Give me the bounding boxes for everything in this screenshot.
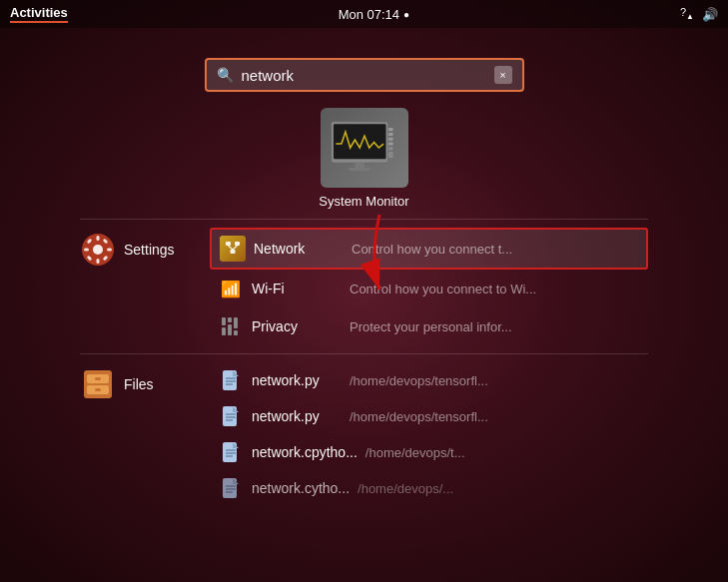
svg-rect-27 (234, 317, 238, 328)
network-result-row[interactable]: Network Control how you connect t... (210, 228, 648, 270)
file-icon-1 (218, 403, 244, 429)
wifi-result-row[interactable]: 📶 Wi-Fi Control how you connect to Wi... (210, 270, 648, 307)
file-result-row-0[interactable]: network.py /home/devops/tensorfl... (210, 362, 648, 398)
settings-items: Network Control how you connect t... 📶 W… (210, 228, 648, 345)
svg-rect-14 (84, 249, 89, 252)
app-card-area: System Monitor (0, 108, 728, 209)
system-monitor-label: System Monitor (319, 194, 408, 209)
files-items: network.py /home/devops/tensorfl... netw… (210, 362, 648, 506)
settings-label-col: Settings (80, 228, 210, 268)
file-name-1: network.py (252, 408, 342, 424)
file-path-1: /home/devops/tensorfl... (350, 409, 488, 424)
svg-point-11 (93, 245, 103, 255)
svg-rect-21 (235, 242, 240, 246)
volume-icon[interactable]: 🔊 (702, 7, 718, 22)
svg-rect-7 (387, 142, 392, 145)
file-icon-3 (218, 475, 244, 501)
file-path-0: /home/devops/tensorfl... (350, 373, 488, 388)
files-label: Files (124, 376, 154, 392)
privacy-icon (218, 313, 244, 339)
svg-rect-28 (222, 327, 226, 335)
svg-line-23 (229, 246, 234, 250)
wifi-icon: 📶 (218, 276, 244, 301)
file-name-0: network.py (252, 372, 342, 388)
top-bar-right: ?▲ 🔊 (680, 6, 718, 21)
notification-dot: ● (403, 9, 409, 20)
svg-rect-13 (97, 259, 100, 264)
system-monitor-icon (321, 108, 408, 188)
separator-mid (80, 353, 648, 354)
svg-rect-25 (222, 317, 226, 325)
svg-rect-2 (355, 163, 364, 168)
search-area: 🔍 × (0, 58, 728, 92)
file-result-row-1[interactable]: network.py /home/devops/tensorfl... (210, 398, 648, 434)
network-desc: Control how you connect t... (352, 242, 512, 257)
file-icon-2 (218, 439, 244, 465)
wifi-desc: Control how you connect to Wi... (350, 282, 536, 296)
svg-rect-34 (95, 377, 101, 380)
svg-rect-26 (228, 317, 232, 322)
files-icon (80, 366, 116, 402)
wifi-name: Wi-Fi (252, 281, 342, 296)
network-icon (220, 236, 246, 262)
svg-rect-8 (387, 147, 392, 150)
main-content: Settings Netwo (0, 219, 728, 506)
svg-rect-5 (387, 133, 392, 136)
svg-line-24 (233, 246, 238, 250)
file-path-3: /home/devops/... (358, 481, 453, 496)
search-clear-button[interactable]: × (494, 66, 512, 84)
svg-rect-6 (387, 138, 392, 141)
activities-button[interactable]: Activities (10, 5, 68, 23)
svg-rect-1 (333, 124, 385, 159)
file-result-row-3[interactable]: network.cytho... /home/devops/... (210, 470, 648, 506)
file-icon-0 (218, 367, 244, 393)
search-box[interactable]: 🔍 × (205, 58, 524, 92)
privacy-result-row[interactable]: Privacy Protect your personal infor... (210, 307, 648, 345)
search-icon: 🔍 (217, 67, 234, 83)
help-icon[interactable]: ?▲ (680, 6, 694, 21)
privacy-desc: Protect your personal infor... (350, 319, 512, 334)
svg-rect-12 (97, 236, 100, 241)
file-name-3: network.cytho... (252, 480, 350, 496)
svg-rect-30 (234, 330, 238, 335)
file-name-2: network.cpytho... (252, 444, 358, 460)
settings-section-row: Settings Netwo (80, 228, 648, 345)
settings-icon (80, 232, 116, 268)
svg-rect-15 (107, 249, 112, 252)
file-path-2: /home/devops/t... (365, 445, 465, 460)
top-bar-clock: Mon 07:14 ● (339, 7, 409, 22)
svg-rect-9 (387, 152, 392, 158)
network-name: Network (254, 241, 344, 257)
svg-rect-22 (231, 250, 236, 254)
separator-top (80, 219, 648, 220)
svg-rect-4 (387, 128, 392, 131)
settings-label: Settings (124, 242, 175, 258)
top-bar: Activities Mon 07:14 ● ?▲ 🔊 (0, 0, 728, 28)
search-input[interactable] (242, 67, 486, 84)
file-result-row-2[interactable]: network.cpytho... /home/devops/t... (210, 434, 648, 470)
system-monitor-card[interactable]: System Monitor (319, 108, 408, 209)
svg-rect-20 (226, 242, 231, 246)
files-label-col: Files (80, 362, 210, 402)
files-section-row: Files network.py /home/devops/tensorfl..… (80, 362, 648, 506)
privacy-name: Privacy (252, 318, 342, 334)
svg-rect-29 (228, 324, 232, 335)
svg-rect-35 (95, 388, 101, 391)
svg-rect-3 (349, 168, 370, 171)
